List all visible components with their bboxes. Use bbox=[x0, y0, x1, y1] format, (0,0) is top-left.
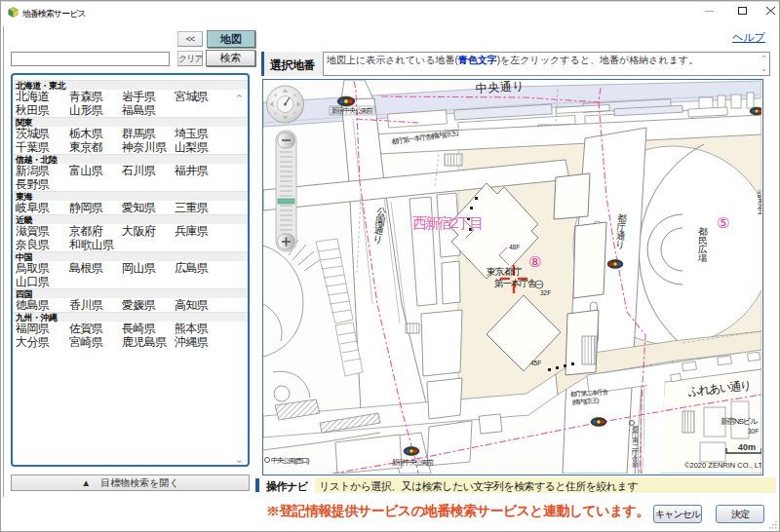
compass-control[interactable] bbox=[267, 86, 304, 123]
clear-button[interactable]: クリア bbox=[177, 51, 203, 66]
prefecture-row: 鳥取県島根県岡山県広島県 bbox=[13, 261, 248, 275]
map-canvas[interactable]: 中央通り 新宿中央公園前 都庁第一本庁舎(構内)(京王) 西新宿2丁目 公園通り… bbox=[263, 80, 761, 474]
region-header: 近畿 bbox=[13, 214, 248, 224]
scroll-down-icon[interactable]: ⌄ bbox=[235, 453, 244, 466]
maximize-button[interactable] bbox=[727, 2, 757, 20]
prefecture-row: 岐阜県静岡県愛知県三重県 bbox=[13, 201, 248, 214]
zoom-level-indicator bbox=[278, 199, 294, 204]
prefecture-item[interactable]: 福島県 bbox=[122, 103, 155, 117]
prefecture-item[interactable]: 大分県 bbox=[16, 335, 49, 349]
prefecture-row: 山口県 bbox=[13, 275, 248, 288]
prefecture-item[interactable]: 高知県 bbox=[175, 298, 208, 312]
prefecture-item[interactable]: 広島県 bbox=[175, 261, 208, 275]
prefecture-item[interactable]: 山梨県 bbox=[175, 140, 208, 154]
prefecture-item[interactable]: 新潟県 bbox=[16, 164, 49, 177]
prefecture-row: 長野県 bbox=[13, 177, 248, 191]
instruction-scroll-down-icon[interactable]: ⌄ bbox=[760, 65, 767, 73]
prefecture-item[interactable]: 徳島県 bbox=[16, 298, 49, 312]
prefecture-row: 奈良県和歌山県 bbox=[13, 238, 248, 251]
prefecture-item[interactable]: 福岡県 bbox=[16, 322, 49, 335]
blue-text-note: 青色文字 bbox=[458, 55, 497, 65]
prefecture-item[interactable]: 愛知県 bbox=[122, 201, 155, 214]
prefecture-item[interactable]: 愛媛県 bbox=[122, 298, 155, 312]
prefecture-item[interactable]: 京都府 bbox=[69, 224, 102, 238]
prefecture-item[interactable]: 香川県 bbox=[69, 298, 102, 312]
cancel-button[interactable]: キャンセル bbox=[653, 505, 702, 523]
prefecture-item[interactable]: 秋田県 bbox=[16, 103, 49, 117]
prefecture-item[interactable]: 石川県 bbox=[122, 164, 155, 177]
prefecture-item[interactable]: 奈良県 bbox=[16, 238, 49, 251]
prefecture-item[interactable]: 長野県 bbox=[16, 177, 49, 191]
prefecture-item[interactable]: 鹿児島県 bbox=[122, 335, 167, 349]
map-label-bus-stop-bottom: 新宿中央公園前 bbox=[392, 458, 434, 467]
map-label-floor-45: 45F bbox=[530, 360, 541, 366]
landmark-search-button[interactable]: ▲ 目標物検索を開く bbox=[11, 475, 250, 491]
map-panel[interactable]: 中央通り 新宿中央公園前 都庁第一本庁舎(構内)(京王) 西新宿2丁目 公園通り… bbox=[262, 79, 763, 475]
app-icon bbox=[8, 7, 19, 18]
prefecture-item[interactable]: 岐阜県 bbox=[16, 201, 49, 214]
prefecture-item[interactable]: 青森県 bbox=[69, 90, 102, 103]
prefecture-item[interactable]: 兵庫県 bbox=[175, 224, 208, 238]
selected-chiban-accent bbox=[261, 52, 264, 76]
prefecture-row: 滋賀県京都府大阪府兵庫県 bbox=[13, 224, 248, 238]
search-input[interactable] bbox=[11, 52, 170, 66]
prefecture-row: 秋田県山形県福島県 bbox=[13, 103, 248, 117]
instruction-text-prefix: 地図上に表示されている地番( bbox=[327, 55, 458, 65]
prefecture-item[interactable]: 群馬県 bbox=[122, 127, 155, 140]
prefecture-item[interactable]: 宮城県 bbox=[175, 90, 208, 103]
minimize-button[interactable] bbox=[694, 2, 723, 20]
prefecture-row: 千葉県東京都神奈川県山梨県 bbox=[13, 140, 248, 154]
close-button[interactable] bbox=[756, 2, 780, 20]
region-header: 東海 bbox=[13, 191, 248, 201]
map-label-floor-48: 48F bbox=[509, 244, 520, 250]
prefecture-item[interactable]: 島根県 bbox=[69, 261, 102, 275]
prefecture-item[interactable]: 静岡県 bbox=[69, 201, 102, 214]
instruction-box: 地図上に表示されている地番(青色文字)を左クリックすると、地番が格納されます。 … bbox=[323, 52, 770, 76]
prefecture-row: 徳島県香川県愛媛県高知県 bbox=[13, 298, 248, 312]
prefecture-item[interactable]: 山口県 bbox=[16, 275, 49, 288]
prefecture-item[interactable]: 沖縄県 bbox=[175, 335, 208, 349]
map-label-floor-30: 30F bbox=[748, 428, 759, 435]
app-window: 地番検索サービス << 地図 クリア 検索 北海道・東北北海道青森県岩手県宮城県… bbox=[0, 0, 780, 532]
prefecture-item[interactable]: 宮崎県 bbox=[69, 335, 102, 349]
map-tab-button[interactable]: 地図 bbox=[207, 30, 255, 48]
prefecture-item[interactable]: 和歌山県 bbox=[69, 238, 114, 251]
ok-button[interactable]: 決定 bbox=[716, 505, 764, 523]
region-header: 関東 bbox=[13, 117, 248, 127]
instruction-scroll-up-icon[interactable]: ⌃ bbox=[760, 56, 767, 63]
prefecture-item[interactable]: 埼玉県 bbox=[175, 127, 208, 140]
collapse-panel-button[interactable]: << bbox=[177, 31, 203, 47]
prefecture-item[interactable]: 三重県 bbox=[175, 201, 208, 214]
resize-grip[interactable] bbox=[769, 521, 777, 529]
prefecture-item[interactable]: 茨城県 bbox=[16, 127, 49, 140]
operation-nav-label: 操作ナビ bbox=[266, 479, 308, 494]
prefecture-item[interactable]: 佐賀県 bbox=[69, 322, 102, 335]
prefecture-item[interactable]: 神奈川県 bbox=[122, 140, 167, 154]
prefecture-list: 北海道・東北北海道青森県岩手県宮城県秋田県山形県福島県関東茨城県栃木県群馬県埼玉… bbox=[11, 73, 250, 467]
prefecture-item[interactable]: 長崎県 bbox=[122, 322, 155, 335]
scroll-up-icon[interactable]: ⌃ bbox=[235, 93, 244, 105]
prefecture-item[interactable]: 岩手県 bbox=[122, 90, 155, 103]
prefecture-item[interactable]: 岡山県 bbox=[122, 261, 155, 275]
prefecture-item[interactable]: 富山県 bbox=[69, 164, 102, 177]
prefecture-item[interactable]: 東京都 bbox=[69, 140, 102, 154]
help-link[interactable]: ヘルプ bbox=[732, 30, 765, 45]
map-label-gikai: 議事堂 bbox=[758, 189, 761, 215]
map-label-num-8: ⑧ bbox=[528, 253, 541, 270]
selected-chiban-label: 選択地番 bbox=[270, 57, 315, 74]
prefecture-item[interactable]: 栃木県 bbox=[69, 127, 102, 140]
zoom-slider[interactable] bbox=[276, 131, 296, 251]
map-label-tomin-hiroba: 都民広場 bbox=[697, 226, 708, 263]
prefecture-item[interactable]: 千葉県 bbox=[16, 140, 49, 154]
prefecture-item[interactable]: 北海道 bbox=[16, 90, 49, 103]
instruction-text-suffix: )を左クリックすると、地番が格納されます。 bbox=[497, 55, 698, 65]
operation-nav-text: リストから選択、又は検索したい文字列を検索すると住所を絞れます bbox=[319, 479, 638, 494]
search-button[interactable]: 検索 bbox=[206, 50, 255, 66]
prefecture-item[interactable]: 鳥取県 bbox=[16, 261, 49, 275]
prefecture-item[interactable]: 滋賀県 bbox=[16, 224, 49, 238]
prefecture-item[interactable]: 山形県 bbox=[69, 103, 102, 117]
prefecture-item[interactable]: 福井県 bbox=[175, 164, 208, 177]
prefecture-item[interactable]: 熊本県 bbox=[175, 322, 208, 335]
prefecture-item[interactable]: 大阪府 bbox=[122, 224, 155, 238]
map-label-tocho-line2: 第一本庁舎 bbox=[494, 278, 537, 288]
